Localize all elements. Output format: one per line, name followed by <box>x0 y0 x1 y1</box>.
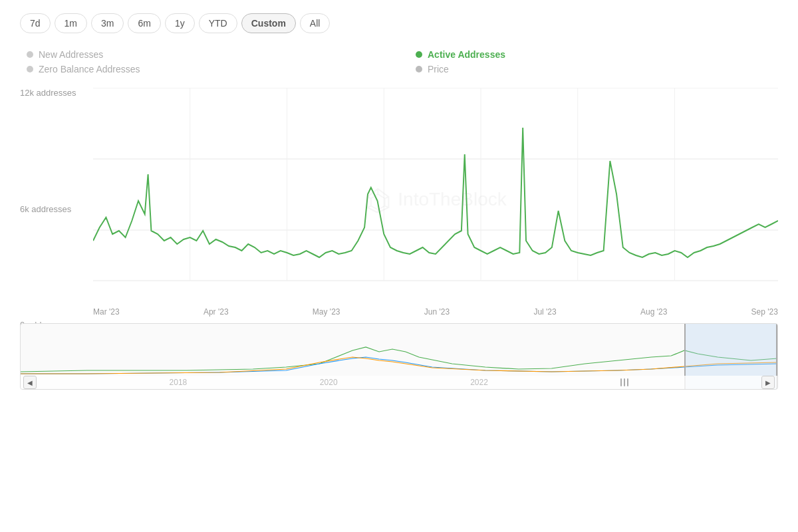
time-btn-ytd[interactable]: YTD <box>199 13 237 33</box>
x-label-2: May '23 <box>313 307 340 317</box>
x-label-0: Mar '23 <box>93 307 120 317</box>
time-btn-1y[interactable]: 1y <box>165 13 195 33</box>
x-axis: Mar '23Apr '23May '23Jun '23Jul '23Aug '… <box>93 303 778 317</box>
legend-label-new-addresses: New Addresses <box>39 49 103 60</box>
x-label-6: Sep '23 <box>751 307 778 317</box>
navigator-svg <box>21 324 777 377</box>
legend-dot-active-addresses <box>416 51 422 58</box>
legend-item-zero-balance[interactable]: Zero Balance Addresses <box>27 64 389 74</box>
legend-label-price: Price <box>428 64 449 74</box>
main-container: 7d1m3m6m1yYTDCustomAll New AddressesActi… <box>0 0 798 403</box>
nav-right-arrow[interactable]: ▶ <box>761 376 775 389</box>
legend-dot-new-addresses <box>27 51 33 58</box>
legend-label-zero-balance: Zero Balance Addresses <box>39 64 140 74</box>
nav-year-2020: 2020 <box>320 378 338 387</box>
legend-label-active-addresses: Active Addresses <box>428 49 505 60</box>
x-label-3: Jun '23 <box>424 307 450 317</box>
y-label-0: 12k addresses <box>20 88 93 98</box>
nav-year-2022: 2022 <box>470 378 488 387</box>
main-chart: IntoTheBlock Mar '23Apr '23Ma <box>93 88 778 317</box>
nav-grip-center[interactable] <box>620 378 628 386</box>
time-btn-3m[interactable]: 3m <box>91 13 124 33</box>
legend-item-new-addresses[interactable]: New Addresses <box>27 49 389 60</box>
time-btn-6m[interactable]: 6m <box>128 13 160 33</box>
legend-dot-price <box>416 66 422 72</box>
main-chart-svg <box>93 88 778 301</box>
legend-item-price[interactable]: Price <box>416 64 778 74</box>
time-btn-1m[interactable]: 1m <box>55 13 87 33</box>
time-btn-custom[interactable]: Custom <box>241 13 296 33</box>
x-label-5: Aug '23 <box>640 307 667 317</box>
time-btn-7d[interactable]: 7d <box>20 13 51 33</box>
legend-item-active-addresses[interactable]: Active Addresses <box>416 49 778 60</box>
time-range-bar: 7d1m3m6m1yYTDCustomAll <box>20 13 778 33</box>
time-btn-all[interactable]: All <box>300 13 331 33</box>
nav-year-2018: 2018 <box>170 378 188 387</box>
y-axis: 12k addresses6k addresses0 addresses <box>20 88 93 350</box>
x-label-4: Jul '23 <box>533 307 556 317</box>
chart-legend: New AddressesActive AddressesZero Balanc… <box>20 49 778 74</box>
navigator[interactable]: ◀ 2018 2020 2022 ▶ <box>20 323 778 390</box>
chart-wrapper: 12k addresses6k addresses0 addresses Int… <box>20 88 778 390</box>
x-label-1: Apr '23 <box>203 307 229 317</box>
nav-left-arrow[interactable]: ◀ <box>23 376 37 389</box>
legend-dot-zero-balance <box>27 66 33 72</box>
y-label-1: 6k addresses <box>20 204 93 214</box>
